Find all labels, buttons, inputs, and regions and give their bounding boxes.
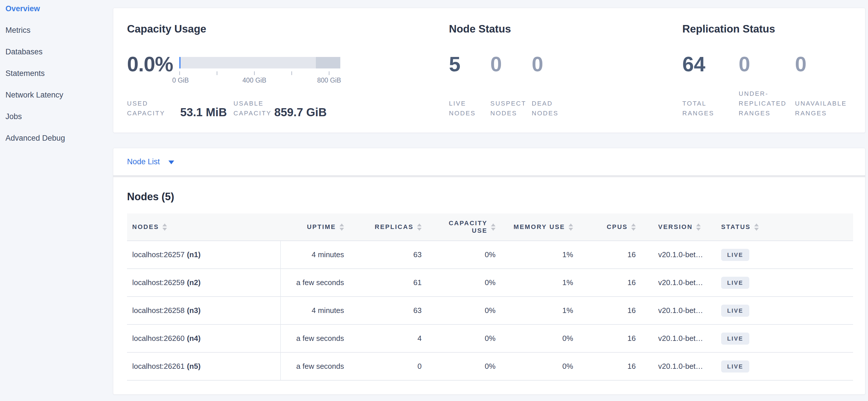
capacity-use-cell: 0%: [430, 269, 504, 296]
axis-tick: [217, 71, 217, 75]
table-header-row: NODES UPTIME REPLICAS: [127, 213, 853, 241]
sidebar-item-advanced-debug[interactable]: Advanced Debug: [5, 134, 113, 155]
sidebar-item-databases[interactable]: Databases: [5, 47, 113, 69]
column-header-memory-use[interactable]: MEMORY USE: [504, 213, 582, 240]
app-root: Overview Metrics Databases Statements Ne…: [0, 0, 868, 401]
status-badge: LIVE: [721, 249, 749, 261]
suspect-label-line1: SUSPECT: [490, 99, 532, 109]
sidebar-item-overview[interactable]: Overview: [5, 4, 113, 26]
replicas-cell: 63: [353, 241, 430, 268]
suspect-label-line2: NODES: [490, 109, 532, 118]
replication-labels: TOTAL RANGES UNDER- REPLICATED RANGES UN…: [682, 89, 851, 118]
axis-label-0: 0 GiB: [172, 77, 189, 84]
node-list-dropdown-label: Node List: [127, 157, 160, 166]
memory-use-cell: 0%: [504, 353, 582, 380]
node-id: (n1): [187, 250, 200, 259]
node-address-cell[interactable]: localhost:26260 (n4): [127, 325, 281, 352]
node-status-title: Node Status: [449, 24, 682, 34]
usable-capacity-label: USABLE CAPACITY: [234, 99, 274, 118]
node-id: (n2): [187, 278, 200, 287]
column-header-replicas[interactable]: REPLICAS: [353, 213, 430, 240]
column-header-version[interactable]: VERSION: [644, 213, 715, 240]
column-header-capacity-use[interactable]: CAPACITY USE: [430, 213, 504, 240]
status-cell: LIVE: [715, 241, 853, 268]
total-ranges-value: 64: [682, 56, 739, 72]
axis-tick: [329, 71, 330, 75]
capacity-use-cell: 0%: [430, 241, 504, 268]
under-replicated-ranges-label: UNDER- REPLICATED RANGES: [739, 89, 795, 118]
nodes-table-section: Nodes (5) NODES UPTIME REPLICAS: [113, 192, 865, 394]
axis-tick: [254, 71, 255, 75]
column-header-nodes[interactable]: NODES: [127, 213, 281, 240]
sidebar-item-jobs[interactable]: Jobs: [5, 112, 113, 134]
sidebar-item-network-latency[interactable]: Network Latency: [5, 90, 113, 112]
node-list-dropdown[interactable]: Node List: [113, 148, 865, 175]
dead-label-line1: DEAD: [532, 99, 573, 109]
table-row: localhost:26261 (n5) a few seconds 0 0% …: [127, 353, 853, 380]
node-address-cell[interactable]: localhost:26258 (n3): [127, 297, 281, 324]
node-status-labels: LIVE NODES SUSPECT NODES DEAD NODES: [449, 99, 682, 118]
status-badge: LIVE: [721, 333, 749, 345]
capacity-bar-reserved-segment: [316, 57, 340, 68]
sort-icon: [417, 224, 422, 231]
version-cell: v20.1.0-bet…: [644, 353, 715, 380]
axis-tick: [291, 71, 292, 75]
column-header-uptime[interactable]: UPTIME: [281, 213, 353, 240]
sort-icon: [491, 224, 496, 231]
unavailable-ranges-label: UNAVAILABLE RANGES: [795, 99, 851, 118]
cpus-cell: 16: [582, 297, 644, 324]
node-address-cell[interactable]: localhost:26261 (n5): [127, 353, 281, 380]
replication-status-title: Replication Status: [682, 24, 851, 34]
capacity-percent-value: 0.0%: [127, 56, 179, 72]
node-address: localhost:26257: [132, 250, 185, 259]
sort-icon: [568, 224, 573, 231]
status-cell: LIVE: [715, 325, 853, 352]
node-address: localhost:26260: [132, 334, 185, 343]
replicas-cell: 0: [353, 353, 430, 380]
live-nodes-label: LIVE NODES: [449, 99, 490, 118]
table-row: localhost:26258 (n3) 4 minutes 63 0% 1% …: [127, 297, 853, 325]
sort-icon: [696, 224, 701, 231]
dead-label-line2: NODES: [532, 109, 573, 118]
unavailable-label-line1: UNAVAILABLE: [795, 99, 851, 109]
version-cell: v20.1.0-bet…: [644, 297, 715, 324]
dead-nodes-label: DEAD NODES: [532, 99, 573, 118]
column-header-memory-label: MEMORY USE: [514, 223, 565, 231]
capacity-usage-section: Capacity Usage 0.0%: [127, 8, 449, 133]
axis-label-400: 400 GiB: [242, 77, 266, 84]
capacity-axis-labels: 0 GiB 400 GiB 800 GiB: [179, 77, 340, 85]
replication-values: 64 0 0: [682, 56, 851, 72]
node-status-section: Node Status 5 0 0 LIVE NODES SUSPECT NOD…: [449, 8, 682, 133]
cpus-cell: 16: [582, 241, 644, 268]
memory-use-cell: 1%: [504, 297, 582, 324]
chevron-down-icon: [168, 161, 174, 164]
node-address-cell[interactable]: localhost:26257 (n1): [127, 241, 281, 268]
sidebar-item-metrics[interactable]: Metrics: [5, 26, 113, 47]
replicas-cell: 4: [353, 325, 430, 352]
status-badge: LIVE: [721, 305, 749, 317]
under-replicated-label-line1: UNDER-: [739, 89, 795, 99]
axis-label-800: 800 GiB: [317, 77, 341, 84]
under-replicated-label-line2: REPLICATED: [739, 99, 795, 109]
sort-icon: [754, 224, 759, 231]
node-address-cell[interactable]: localhost:26259 (n2): [127, 269, 281, 296]
uptime-cell: a few seconds: [281, 325, 353, 352]
table-row: localhost:26260 (n4) a few seconds 4 0% …: [127, 325, 853, 353]
suspect-nodes-label: SUSPECT NODES: [490, 99, 532, 118]
status-cell: LIVE: [715, 269, 853, 296]
status-badge: LIVE: [721, 361, 749, 373]
sort-icon: [631, 224, 636, 231]
capacity-usage-title: Capacity Usage: [127, 24, 449, 34]
live-nodes-value: 5: [449, 56, 490, 72]
sidebar-item-statements[interactable]: Statements: [5, 69, 113, 90]
node-id: (n5): [187, 362, 200, 371]
status-badge: LIVE: [721, 277, 749, 289]
column-header-status[interactable]: STATUS: [715, 213, 853, 240]
column-header-status-label: STATUS: [721, 223, 751, 231]
column-header-cpus[interactable]: CPUS: [582, 213, 644, 240]
table-row: localhost:26257 (n1) 4 minutes 63 0% 1% …: [127, 241, 853, 269]
cpus-cell: 16: [582, 269, 644, 296]
node-id: (n4): [187, 334, 200, 343]
nodes-table-title: Nodes (5): [127, 192, 853, 202]
usable-capacity-label-line1: USABLE: [234, 99, 274, 109]
